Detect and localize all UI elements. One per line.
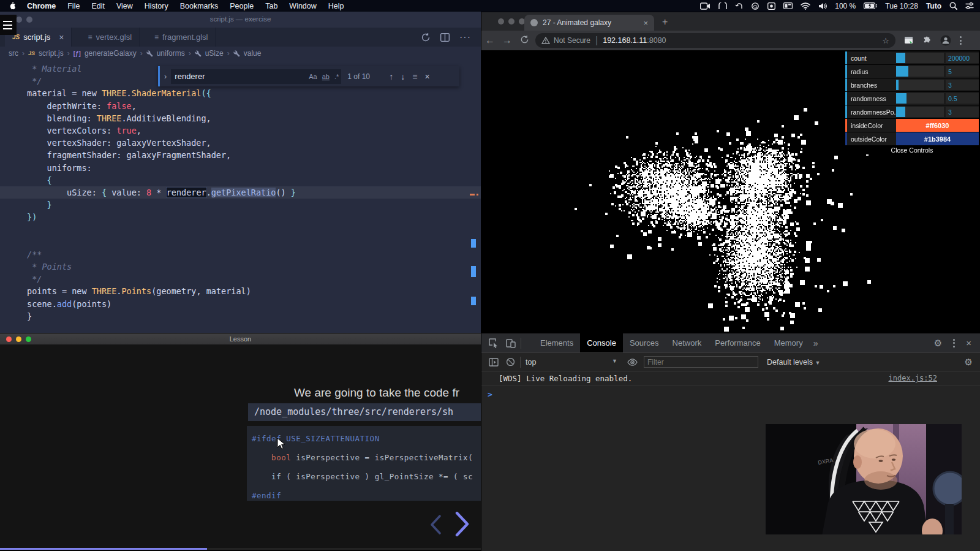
creative-cloud-icon[interactable]	[751, 2, 760, 10]
match-case-icon[interactable]: Aa	[306, 73, 319, 80]
code-line[interactable]: })	[0, 211, 481, 223]
tab-vertex-glsl[interactable]: ≡ vertex.glsl	[80, 28, 140, 47]
gui-slider-radius[interactable]	[896, 66, 944, 77]
breadcrumb-value[interactable]: value	[244, 49, 262, 58]
breadcrumb-generategalaxy[interactable]: generateGalaxy	[85, 49, 137, 58]
devserver-extension-icon[interactable]	[904, 36, 914, 45]
back-arrow-icon[interactable]	[735, 2, 743, 10]
code-line[interactable]: vertexColors: true,	[0, 124, 481, 137]
menu-item-people[interactable]: People	[230, 2, 254, 10]
gui-slider-randomness[interactable]	[896, 93, 944, 104]
devtools-tab-performance[interactable]: Performance	[708, 333, 767, 352]
code-editor[interactable]: * Material */material = new THREE.Shader…	[0, 60, 481, 333]
code-line[interactable]: vertexShader: galaxyVertexShader,	[0, 137, 481, 149]
eye-live-expression-icon[interactable]	[627, 359, 638, 366]
chrome-menu-kebab-icon[interactable]	[960, 36, 962, 45]
menu-item-view[interactable]: View	[116, 2, 133, 10]
gui-value-randomness[interactable]: 0.5	[946, 93, 979, 104]
app-shape-icon[interactable]	[718, 2, 727, 10]
menu-item-help[interactable]: Help	[328, 2, 344, 10]
split-editor-icon[interactable]	[440, 33, 450, 42]
code-line[interactable]	[0, 223, 481, 235]
menu-item-window[interactable]: Window	[289, 2, 316, 10]
code-line[interactable]: }	[0, 199, 481, 211]
code-line[interactable]: depthWrite: false,	[0, 100, 481, 112]
more-tabs-chevron[interactable]: »	[813, 338, 818, 348]
new-tab-button[interactable]: +	[662, 17, 668, 28]
vscode-titlebar[interactable]: script.js — exercise	[0, 12, 481, 28]
find-next-icon[interactable]: ↓	[401, 72, 405, 82]
gui-color-swatch-outsideColor[interactable]: #1b3984	[896, 132, 979, 145]
back-button[interactable]: ←	[481, 35, 499, 46]
gui-value-count[interactable]: 200000	[946, 53, 979, 63]
close-devtools-icon[interactable]: ×	[966, 338, 971, 348]
control-center-icon[interactable]	[965, 2, 974, 9]
console-sidebar-icon[interactable]	[489, 358, 499, 367]
bookmark-star-icon[interactable]: ☆	[882, 36, 889, 45]
close-tab-icon[interactable]: ×	[643, 18, 648, 28]
code-line[interactable]: */	[0, 273, 481, 285]
menu-user[interactable]: Tuto	[926, 2, 941, 10]
close-tab-icon[interactable]: ×	[59, 32, 64, 42]
menu-item-chrome[interactable]: Chrome	[27, 2, 56, 10]
breadcrumb-uniforms[interactable]: uniforms	[157, 49, 185, 58]
reload-button[interactable]	[516, 35, 533, 47]
regex-icon[interactable]: .*	[332, 73, 341, 80]
extensions-puzzle-icon[interactable]	[922, 36, 932, 45]
code-line[interactable]: {	[0, 174, 481, 186]
log-levels-dropdown[interactable]: Default levels ▼	[767, 358, 820, 367]
gui-slider-branches[interactable]	[896, 80, 944, 90]
app-box-icon[interactable]	[767, 2, 775, 10]
breadcrumb-script[interactable]: script.js	[39, 49, 64, 58]
menu-item-edit[interactable]: Edit	[91, 2, 105, 10]
gui-value-randomnessPo[interactable]: 3	[946, 107, 979, 117]
spotlight-search-icon[interactable]	[949, 2, 957, 10]
find-input[interactable]	[171, 72, 306, 81]
tab-fragment-glsl[interactable]: ≡ fragment.glsl	[147, 28, 216, 47]
code-line[interactable]: }	[0, 310, 481, 322]
breadcrumb-usize[interactable]: uSize	[205, 49, 224, 58]
device-toolbar-icon[interactable]	[506, 338, 516, 348]
devtools-tab-network[interactable]: Network	[666, 333, 709, 352]
wifi-icon[interactable]	[801, 2, 810, 10]
menu-clock[interactable]: Tue 10:28	[885, 2, 918, 10]
close-find-icon[interactable]: ×	[425, 72, 430, 82]
next-slide-chevron[interactable]	[452, 510, 472, 538]
screen-record-icon[interactable]	[700, 2, 710, 10]
devtools-tab-sources[interactable]: Sources	[623, 333, 666, 352]
apple-logo-icon[interactable]	[9, 2, 16, 10]
code-line[interactable]: * Points	[0, 260, 481, 273]
more-actions-icon[interactable]: ···	[459, 32, 471, 43]
traffic-light-close[interactable]	[498, 18, 504, 25]
devtools-settings-gear-icon[interactable]: ⚙	[934, 338, 942, 349]
code-line[interactable]: /**	[0, 248, 481, 260]
code-line[interactable]: fragmentShader: galaxyFragmentShader,	[0, 149, 481, 161]
console-filter-input[interactable]	[644, 356, 758, 368]
gui-value-branches[interactable]: 3	[946, 80, 979, 90]
devtools-tab-memory[interactable]: Memory	[767, 333, 810, 352]
sync-changes-icon[interactable]	[421, 32, 431, 42]
menu-item-bookmarks[interactable]: Bookmarks	[180, 2, 219, 10]
dat-gui-close-button[interactable]: Close Controls	[845, 146, 979, 154]
console-settings-gear-icon[interactable]: ⚙	[965, 357, 980, 368]
address-bar[interactable]: Not Secure | 192.168.1.11 :8080 ☆	[535, 33, 895, 48]
code-line[interactable]: blending: THREE.AdditiveBlending,	[0, 112, 481, 124]
code-line[interactable]: points = new THREE.Points(geometry, mate…	[0, 285, 481, 297]
find-previous-icon[interactable]: ↑	[389, 72, 393, 82]
menu-item-tab[interactable]: Tab	[265, 2, 277, 10]
profile-avatar[interactable]	[940, 35, 951, 46]
lesson-titlebar[interactable]: Lesson	[0, 333, 481, 344]
clear-console-icon[interactable]	[506, 357, 515, 367]
not-secure-warning-icon[interactable]	[541, 37, 550, 44]
volume-icon[interactable]	[818, 2, 827, 10]
menu-item-history[interactable]: History	[145, 2, 168, 10]
devtools-menu-kebab-icon[interactable]	[953, 339, 955, 348]
browser-tab[interactable]: 27 - Animated galaxy ×	[524, 15, 654, 31]
prev-slide-chevron[interactable]	[428, 514, 443, 536]
code-line[interactable]: uniforms:	[0, 162, 481, 174]
keyboard-panel-icon[interactable]	[783, 2, 793, 9]
code-line[interactable]: uSize: { value: 8 * renderer.getPixelRat…	[0, 186, 481, 199]
inspect-element-icon[interactable]	[489, 338, 499, 348]
toggle-replace-icon[interactable]: ›	[160, 72, 171, 81]
gui-color-swatch-insideColor[interactable]: #ff6030	[896, 119, 979, 132]
